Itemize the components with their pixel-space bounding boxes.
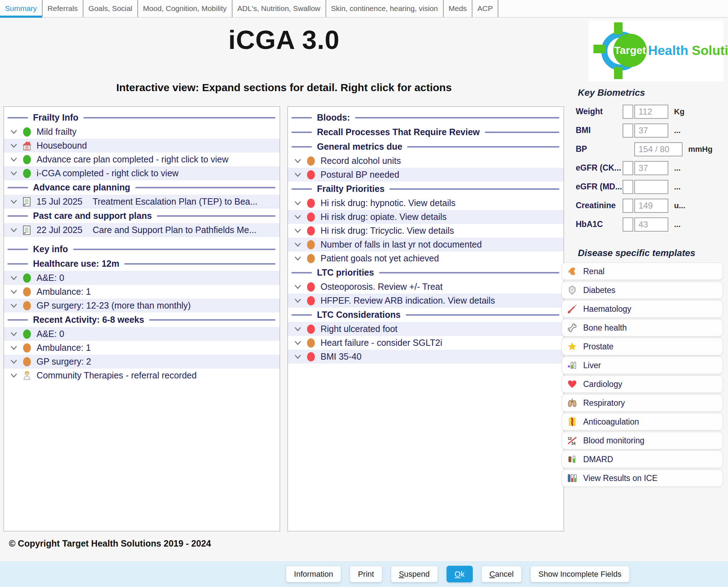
tab-skin-continence-hearing-vision[interactable]: Skin, continence, hearing, vision xyxy=(326,0,444,17)
chevron-down-icon[interactable] xyxy=(10,344,18,352)
tree-item-number-of-falls-in-last-yr-not-documented[interactable]: Number of falls in last yr not documente… xyxy=(288,238,564,251)
chevron-down-icon[interactable] xyxy=(294,213,302,221)
tab-referrals[interactable]: Referrals xyxy=(43,0,83,17)
chevron-down-icon[interactable] xyxy=(294,283,302,291)
chevron-down-icon[interactable] xyxy=(294,353,302,361)
bp-input[interactable]: 154 / 80 xyxy=(634,142,683,156)
template-button-prostate[interactable]: Prostate xyxy=(562,338,723,355)
biometric-label: eGFR (MD... xyxy=(576,182,623,192)
creatinine-spin-box[interactable] xyxy=(623,199,633,213)
chevron-down-icon[interactable] xyxy=(294,297,302,305)
chevron-down-icon[interactable] xyxy=(294,171,302,179)
template-button-liver[interactable]: Liver xyxy=(562,356,723,374)
tab-summary[interactable]: Summary xyxy=(0,0,43,17)
template-button-cardiology[interactable]: Cardiology xyxy=(562,375,723,393)
tab-adl-s-nutrition-swallow[interactable]: ADL's, Nutrition, Swallow xyxy=(232,0,326,17)
chevron-down-icon[interactable] xyxy=(10,198,18,206)
chevron-down-icon[interactable] xyxy=(10,142,18,150)
tree-item-care-and-support-plan-to-pathfields-me[interactable]: 22 Jul 2025Care and Support Plan to Path… xyxy=(4,223,280,237)
tree-item-patient-goals-not-yet-achieved[interactable]: Patient goals not yet achieved xyxy=(288,251,564,265)
chevron-down-icon[interactable] xyxy=(10,330,18,338)
information-button[interactable]: Information xyxy=(286,566,341,582)
hba1c-spin-box[interactable] xyxy=(623,217,633,232)
template-button-anticoagulation[interactable]: Anticoagulation xyxy=(562,413,723,431)
egfr-md-spin-box[interactable] xyxy=(623,180,633,194)
tree-item-community-therapies-referral-recorded[interactable]: Community Therapies - referral recorded xyxy=(4,369,280,382)
tree-item-hi-risk-drug-tricyclic-view-details[interactable]: Hi risk drug: Tricyclic. View details xyxy=(288,224,564,238)
suspend-button[interactable]: Suspend xyxy=(391,566,438,582)
tree-item-a-e-0[interactable]: A&E: 0 xyxy=(4,271,280,285)
tab-mood-cognition-mobility[interactable]: Mood, Cognition, Mobility xyxy=(138,0,232,17)
tree-item-gp-surgery-2[interactable]: GP surgery: 2 xyxy=(4,355,280,369)
red-status-icon xyxy=(307,226,315,236)
tree-item-treatment-escalation-plan-tep-to-bea[interactable]: 15 Jul 2025Treatment Escalation Plan (TE… xyxy=(4,195,280,209)
print-button[interactable]: Print xyxy=(350,566,382,582)
egfr-md-input[interactable] xyxy=(634,180,668,194)
tree-item-mild-frailty[interactable]: Mild frailty xyxy=(4,125,280,139)
tree-item-right-ulcerated-foot[interactable]: Right ulcerated foot xyxy=(288,322,564,336)
chevron-down-icon[interactable] xyxy=(10,371,18,380)
chevron-down-icon[interactable] xyxy=(10,358,18,366)
chevron-down-icon[interactable] xyxy=(10,226,18,234)
bmi-spin-box[interactable] xyxy=(623,123,633,138)
cancel-button[interactable]: Cancel xyxy=(481,566,522,582)
ice-icon xyxy=(567,473,578,483)
chevron-down-icon[interactable] xyxy=(294,199,302,207)
chevron-down-icon[interactable] xyxy=(294,157,302,165)
hba1c-input[interactable]: 43 xyxy=(634,217,668,232)
logo-tick-top xyxy=(614,22,623,34)
weight-spin-box[interactable] xyxy=(623,105,633,119)
show-incomplete-fields-button[interactable]: Show Incomplete Fields xyxy=(530,566,630,582)
section-header-general-metrics-due: General metrics due xyxy=(288,139,564,154)
tree-item-postural-bp-needed[interactable]: Postural BP needed xyxy=(288,168,564,182)
tab-goals-social[interactable]: Goals, Social xyxy=(83,0,138,17)
tab-label: Summary xyxy=(5,4,37,13)
creatinine-input[interactable]: 149 xyxy=(634,199,668,213)
tree-item-advance-care-plan-completed-right-click-to-view[interactable]: Advance care plan completed - right clic… xyxy=(4,153,280,166)
tree-item-hi-risk-drug-opiate-view-details[interactable]: Hi risk drug: opiate. View details xyxy=(288,210,564,224)
ok-button[interactable]: Ok xyxy=(447,566,473,582)
tree-item-ambulance-1[interactable]: Ambulance: 1 xyxy=(4,285,280,299)
tree-item-heart-failure-consider-sglt2i[interactable]: Heart failure - consider SGLT2i xyxy=(288,336,564,350)
tree-item-ambulance-1[interactable]: Ambulance: 1 xyxy=(4,341,280,355)
template-button-view-results-on-ice[interactable]: View Results on ICE xyxy=(562,469,723,487)
tree-item-housebound[interactable]: Housebound xyxy=(4,139,280,153)
chevron-down-icon[interactable] xyxy=(10,301,18,310)
chevron-down-icon[interactable] xyxy=(294,227,302,235)
chevron-down-icon[interactable] xyxy=(10,128,18,136)
template-button-dmard[interactable]: DMARD xyxy=(562,450,723,468)
template-button-blood-monitoring[interactable]: 1234Blood monitoring xyxy=(562,432,723,449)
chevron-down-icon[interactable] xyxy=(294,254,302,263)
tab-acp[interactable]: ACP xyxy=(472,0,498,17)
chevron-down-icon[interactable] xyxy=(10,288,18,296)
section-label: Frailty Info xyxy=(33,112,78,123)
bmi-input[interactable]: 37 xyxy=(634,123,668,138)
template-button-diabetes[interactable]: Diabetes xyxy=(562,281,723,299)
template-button-haematology[interactable]: Haematology xyxy=(562,300,723,318)
tree-item-bmi-35-40[interactable]: BMI 35-40 xyxy=(288,350,564,364)
section-header-advance-care-planning: Advance care planning xyxy=(4,180,280,195)
template-button-bone-health[interactable]: Bone health xyxy=(562,319,723,337)
egfr-ck-input[interactable]: 37 xyxy=(634,161,668,175)
template-button-renal[interactable]: Renal xyxy=(562,262,723,280)
chevron-down-icon[interactable] xyxy=(10,169,18,178)
chevron-down-icon[interactable] xyxy=(294,240,302,249)
chevron-down-icon[interactable] xyxy=(10,155,18,164)
tree-item-i-cga-completed-right-click-to-view[interactable]: i-CGA completed - right click to view xyxy=(4,166,280,180)
section-line xyxy=(149,319,275,321)
egfr-ck-spin-box[interactable] xyxy=(623,161,633,175)
tree-item-hfpef-review-arb-indication-view-details[interactable]: HFPEF. Review ARB indication. View detai… xyxy=(288,294,564,308)
template-button-respiratory[interactable]: Respiratory xyxy=(562,394,723,412)
biometric-unit: ... xyxy=(674,220,680,229)
tab-meds[interactable]: Meds xyxy=(444,0,472,17)
chevron-down-icon[interactable] xyxy=(294,339,302,347)
template-label: Respiratory xyxy=(583,398,625,408)
tree-item-hi-risk-drug-hypnotic-view-details[interactable]: Hi risk drug: hypnotic. View details xyxy=(288,196,564,210)
chevron-down-icon[interactable] xyxy=(10,274,18,282)
tree-item-a-e-0[interactable]: A&E: 0 xyxy=(4,327,280,341)
weight-input[interactable]: 112 xyxy=(634,105,668,119)
tree-item-gp-surgery-12-23-more-than-monthly[interactable]: GP surgery: 12-23 (more than monthly) xyxy=(4,299,280,312)
chevron-down-icon[interactable] xyxy=(294,325,302,333)
tree-item-record-alcohol-units[interactable]: Record alcohol units xyxy=(288,154,564,168)
tree-item-osteoporosis-review-treat[interactable]: Osteoporosis. Review +/- Treat xyxy=(288,280,564,294)
